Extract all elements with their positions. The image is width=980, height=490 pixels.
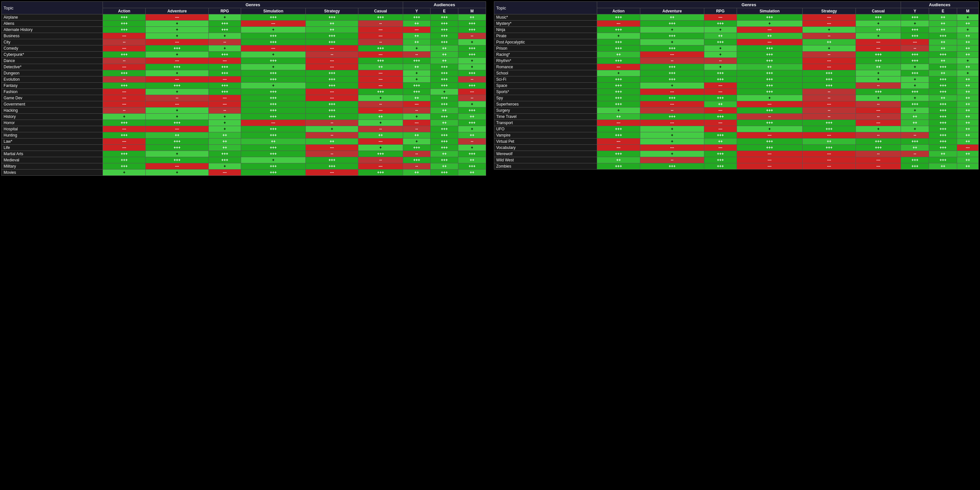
topic-cell: Hospital: [2, 126, 103, 132]
genre-col-rpg: RPG: [704, 8, 737, 14]
genre-cell-adventure: +: [640, 151, 704, 157]
aud-cell-m: +++: [458, 21, 486, 27]
aud-cell-e: ++: [431, 45, 458, 52]
genre-cell-adventure: +: [640, 27, 704, 33]
genre-cell-rpg: ---: [704, 145, 737, 151]
genre-cell-casual: ---: [358, 138, 403, 145]
aud-cell-e: +++: [431, 21, 458, 27]
aud-cell-e: ++: [431, 108, 458, 114]
genre-cell-simulation: +: [737, 95, 802, 101]
aud-cell-m: ++: [957, 132, 979, 138]
genre-cell-action: +++: [103, 14, 146, 21]
aud-cell-e: +++: [929, 76, 957, 83]
genre-cell-strategy: --: [802, 108, 856, 114]
topic-cell: Surgery: [494, 108, 597, 114]
genre-cell-rpg: +++: [209, 64, 241, 70]
table-row: City-------++++++--++++++: [2, 39, 486, 45]
table-row: Cyberpunk*++++++++-------+++++: [2, 52, 486, 58]
aud-cell-m: +: [957, 14, 979, 21]
aud-cell-y: +++: [901, 89, 929, 95]
aud-cell-e: +++: [431, 114, 458, 120]
genre-cell-simulation: +++: [241, 170, 306, 176]
genre-cell-adventure: +: [640, 83, 704, 89]
genre-cell-casual: --: [358, 21, 403, 27]
genre-cell-strategy: +++: [802, 83, 856, 89]
topic-header-1: Topic: [2, 2, 103, 14]
aud-cell-m: +: [458, 64, 486, 70]
genre-col-action: Action: [597, 8, 640, 14]
aud-cell-y: +: [403, 114, 431, 120]
genre-cell-action: +++: [103, 83, 146, 89]
genre-cell-casual: ---: [358, 83, 403, 89]
genre-cell-adventure: +++: [640, 70, 704, 76]
aud-cell-y: ---: [901, 39, 929, 45]
table-row: Business---++++++++---+++++--: [2, 33, 486, 39]
genre-cell-strategy: +++: [306, 163, 358, 170]
genre-cell-rpg: +++: [209, 89, 241, 95]
table-row: Mystery*---+++++++---++++++: [494, 21, 979, 27]
genre-cell-strategy: +: [802, 45, 856, 52]
genre-cell-adventure: +++: [640, 76, 704, 83]
genre-cell-casual: ---: [856, 45, 901, 52]
topic-cell: Space: [494, 83, 597, 89]
audiences-header-1: Audiences: [403, 2, 486, 8]
aud-cell-m: ++: [458, 14, 486, 21]
topic-cell: City: [2, 39, 103, 45]
aud-cell-y: +++: [901, 157, 929, 163]
topic-cell: Airplane: [2, 14, 103, 21]
aud-cell-e: +++: [929, 114, 957, 120]
table-row: Romance---++++++---++++++++: [494, 64, 979, 70]
aud-cell-e: +++: [431, 170, 458, 176]
aud-cell-e: +++: [431, 132, 458, 138]
genre-cell-adventure: ---: [146, 39, 209, 45]
table-row: Wild West++--+++---------++++++++: [494, 157, 979, 163]
aud-cell-y: ++: [403, 64, 431, 70]
table-row: Comedy---++++------+++++++++: [2, 45, 486, 52]
genre-cell-action: ---: [597, 64, 640, 70]
genre-cell-adventure: ---: [640, 120, 704, 126]
topic-header-2: Topic: [494, 2, 597, 14]
genre-cell-action: ---: [103, 33, 146, 39]
genre-cell-strategy: ---: [802, 58, 856, 64]
topic-cell: Werewolf: [494, 151, 597, 157]
genre-cell-strategy: ---: [306, 170, 358, 176]
aud-cell-y: +: [901, 83, 929, 89]
topic-cell: Dance: [2, 58, 103, 64]
genre-cell-rpg: +: [209, 33, 241, 39]
genre-cell-casual: --: [856, 132, 901, 138]
genre-cell-strategy: ---: [306, 89, 358, 95]
genre-cell-rpg: +: [704, 45, 737, 52]
topic-cell: Business: [2, 33, 103, 39]
genre-cell-rpg: ++: [209, 145, 241, 151]
genre-cell-action: +++: [103, 27, 146, 33]
genre-col-casual: Casual: [856, 8, 901, 14]
aud-cell-y: +++: [901, 52, 929, 58]
genre-cell-strategy: ++: [306, 138, 358, 145]
genre-cell-action: +: [103, 170, 146, 176]
aud-cell-m: ---: [458, 89, 486, 95]
topic-cell: Prison: [494, 45, 597, 52]
table-row: Fantasy+++++++++++++---+++++++++: [2, 83, 486, 89]
genre-cell-action: +: [597, 33, 640, 39]
aud-cell-e: +++: [431, 70, 458, 76]
aud-cell-e: ++: [431, 52, 458, 58]
aud-cell-y: --: [403, 126, 431, 132]
genre-cell-simulation: +: [241, 83, 306, 89]
genre-cell-adventure: +: [640, 138, 704, 145]
table-row: Prison+++++++++++-----++++: [494, 45, 979, 52]
genre-cell-action: ++: [597, 114, 640, 120]
aud-cell-y: +++: [901, 27, 929, 33]
genre-cell-adventure: +++: [640, 45, 704, 52]
table-row: Law*---+++++++++---++++--: [2, 138, 486, 145]
genre-cell-strategy: +++: [802, 120, 856, 126]
genre-cell-casual: +++: [358, 45, 403, 52]
genre-cell-casual: ++: [856, 64, 901, 70]
aud-cell-m: ++: [957, 52, 979, 58]
genre-cell-action: ---: [103, 126, 146, 132]
genre-cell-simulation: +++: [241, 33, 306, 39]
genre-cell-rpg: ++: [209, 132, 241, 138]
topic-cell: Racing*: [494, 52, 597, 58]
table-row: Hospital------+++++----++++: [2, 126, 486, 132]
aud-cell-m: ++: [957, 108, 979, 114]
genre-cell-casual: +++: [856, 138, 901, 145]
